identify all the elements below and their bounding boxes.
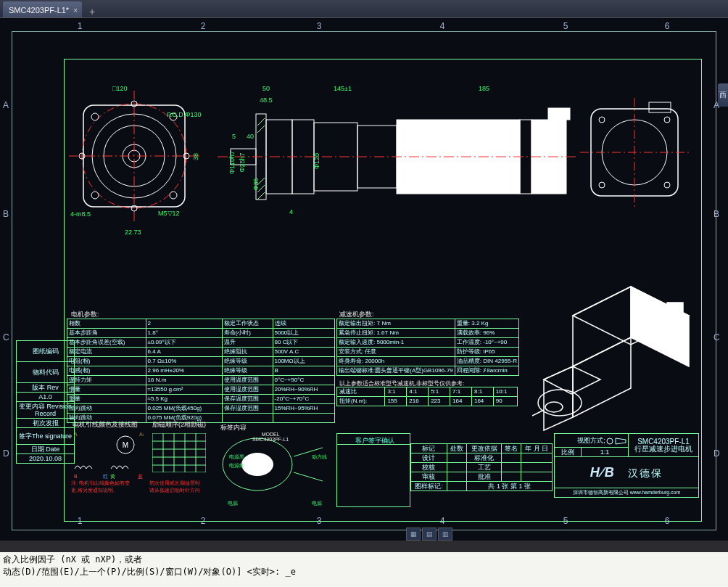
sequence-table-icon <box>152 433 206 472</box>
svg-rect-40 <box>649 102 671 112</box>
svg-point-72 <box>607 438 613 444</box>
dim-phi120: Φ120 <box>313 153 320 169</box>
gear-ratio-grid: 减速比3:14:15:17:18:110:1扭矩(N.m):1552162231… <box>336 387 518 406</box>
svg-marker-45 <box>544 366 573 430</box>
svg-marker-42 <box>573 287 631 366</box>
grid-icon[interactable]: ▦ <box>406 528 421 541</box>
label-model: MODEL SMC4203PF-L1 <box>252 432 289 442</box>
tab-add-icon[interactable]: + <box>86 6 98 17</box>
svg-point-35 <box>664 117 670 123</box>
svg-text:B: B <box>74 474 78 479</box>
svg-text:黄: 黄 <box>110 474 115 480</box>
note-seq: 励磁顺序(2相励磁) <box>152 420 206 430</box>
tab-close-icon[interactable]: × <box>73 7 78 15</box>
dim-2273: 22.73 <box>125 229 141 236</box>
svg-point-8 <box>91 113 99 120</box>
svg-marker-73 <box>616 438 626 444</box>
dim-frame: □120 <box>112 85 127 92</box>
wiring-diagram: M AA/ B红 黄蓝 <box>71 429 144 480</box>
svg-line-49 <box>532 410 544 416</box>
svg-point-36 <box>599 182 605 188</box>
svg-line-29 <box>257 118 265 126</box>
dim-50: 50 <box>262 85 270 92</box>
tab-title: SMC4203PF-L1* <box>9 6 69 15</box>
svg-text:A: A <box>74 432 78 437</box>
dim-38: 38 <box>192 153 199 160</box>
svg-rect-25 <box>548 108 570 120</box>
tab-bar: SMC4203PF-L1* × + <box>0 0 728 18</box>
motor-params-table: 相数2额定工作状态连续基本步距角1.8°寿命(小时)5000以上基本步距角误差(… <box>67 319 335 423</box>
ruler-top: 12 34 56 <box>0 21 728 31</box>
svg-point-48 <box>545 402 563 412</box>
approvals-table: 标记处数更改依据签名年 月 日设计标准化校核工艺审核批准图样标记:共 1 张 第… <box>410 443 553 491</box>
svg-rect-59 <box>152 433 206 472</box>
svg-rect-50 <box>667 303 683 313</box>
command-line[interactable]: 俞入比例因子 (nX 或 nXP)，或者 动态(D)/范围(E)/上一个(P)/… <box>0 552 728 587</box>
title-block: 视图方式; SMC4203PF-L1行星减速步进电机 比例1:1 H⁄B 汉德保… <box>554 433 699 498</box>
svg-point-11 <box>170 192 177 199</box>
dim-5: 5 <box>232 133 236 140</box>
dim-185: 185 <box>479 85 489 92</box>
rear-view <box>580 98 689 214</box>
svg-text:蓝: 蓝 <box>138 474 143 479</box>
svg-text:A/: A/ <box>139 432 144 437</box>
svg-marker-41 <box>631 287 689 366</box>
svg-point-34 <box>599 117 605 123</box>
side-view <box>218 91 580 236</box>
note-foot1: 注: 电机引出线颜色如有变 更,将另发通知说明。 <box>71 480 130 494</box>
svg-line-30 <box>257 126 265 133</box>
ortho-icon[interactable]: ▥ <box>438 528 452 541</box>
revision-block: 图纸编码 物料代码 版本 Rev A1.0 变更内容 Revision Reco… <box>16 340 75 464</box>
iso-view <box>522 265 703 446</box>
dim-phi25: Φ25h7 <box>239 152 246 172</box>
svg-text:M: M <box>123 441 128 449</box>
svg-text:红: 红 <box>103 474 108 479</box>
dim-4: 4 <box>289 208 293 215</box>
gear-params-table: 额定输出扭矩: T Nm重量: 3.2 Kg紧急停止扭矩: 1.6T Nm满载效… <box>336 319 519 376</box>
svg-line-71 <box>294 472 323 481</box>
snap-icon[interactable]: ▤ <box>422 528 437 541</box>
dim-phi35: Φ35 <box>252 178 260 190</box>
dim-pcd: P.C.D Φ130 <box>167 111 202 118</box>
dim-40: 40 <box>247 133 254 140</box>
dim-phi110: Φ110h7 <box>228 151 236 174</box>
svg-point-10 <box>91 192 99 199</box>
document-tab[interactable]: SMC4203PF-L1* × <box>3 1 82 17</box>
statusbar-icons: ▦ ▤ ▥ <box>406 528 452 541</box>
dim-tap: M5▽12 <box>158 210 180 217</box>
svg-line-26 <box>257 192 265 200</box>
note-foot2: 初次使用或长期放置时 请从低速启动时针方向 <box>149 480 200 494</box>
svg-point-37 <box>664 182 670 188</box>
svg-point-69 <box>241 453 273 476</box>
dim-485: 48.5 <box>260 97 273 104</box>
drawing-viewport[interactable]: 西 12 34 56 12 34 56 AB CD AB CD □120 P.C… <box>0 18 728 541</box>
dim-bolt: 4-m8.5 <box>70 210 91 218</box>
dim-145: 145±1 <box>334 85 352 92</box>
signature-box <box>336 433 410 507</box>
